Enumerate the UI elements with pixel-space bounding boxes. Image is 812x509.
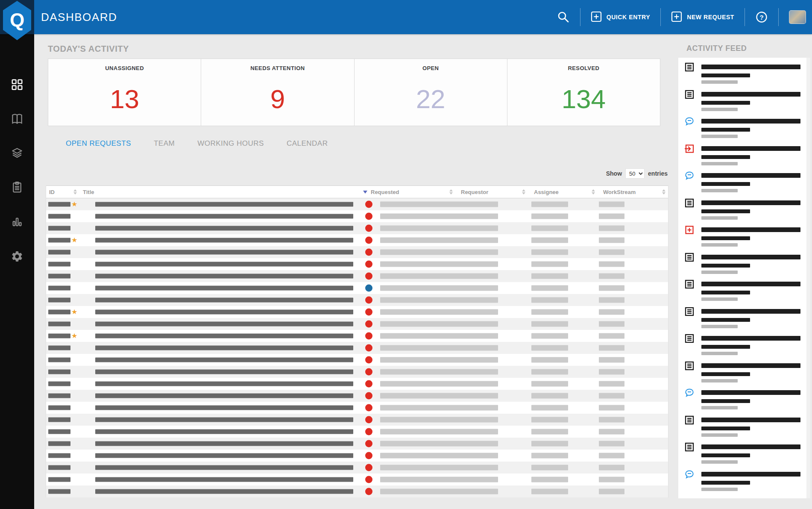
redacted-workstream <box>599 405 624 411</box>
table-row[interactable]: ★ <box>46 306 668 318</box>
redacted-feed-text <box>701 309 800 314</box>
sidebar-item-library[interactable] <box>0 112 34 127</box>
cell-assignee <box>528 258 598 270</box>
feed-item[interactable] <box>684 198 810 225</box>
table-row[interactable] <box>46 366 668 378</box>
table-row[interactable] <box>46 282 668 294</box>
table-row[interactable]: ★ <box>46 198 668 210</box>
column-header-workstream[interactable]: WorkStream <box>598 186 668 198</box>
table-row[interactable] <box>46 318 668 330</box>
feed-item[interactable] <box>684 279 810 306</box>
cell-id <box>46 366 79 378</box>
stat-card-open[interactable]: OPEN22 <box>355 59 507 126</box>
column-header-requested[interactable]: Requested <box>361 186 455 198</box>
redacted-id <box>48 394 70 398</box>
column-header-requestor[interactable]: Requestor <box>455 186 528 198</box>
cell-assignee <box>528 306 598 318</box>
feed-item[interactable] <box>684 333 810 361</box>
redacted-feed-text <box>701 271 738 274</box>
redacted-workstream <box>599 453 624 459</box>
table-row[interactable] <box>46 258 668 270</box>
table-row[interactable] <box>46 342 668 354</box>
feed-item[interactable] <box>684 62 810 89</box>
quick-entry-button[interactable]: QUICK ENTRY <box>591 11 651 24</box>
status-dot-red <box>365 416 372 424</box>
star-icon[interactable]: ★ <box>71 237 77 244</box>
table-row[interactable] <box>46 462 668 474</box>
cell-workstream <box>598 378 668 390</box>
redacted-requested <box>380 333 498 339</box>
table-row[interactable] <box>46 378 668 390</box>
table-row[interactable] <box>46 402 668 414</box>
feed-item[interactable] <box>684 415 810 442</box>
feed-item[interactable] <box>684 89 810 117</box>
cell-workstream <box>598 426 668 438</box>
table-row[interactable] <box>46 485 668 497</box>
feed-item[interactable] <box>684 442 810 469</box>
cell-id: ★ <box>46 234 79 246</box>
feed-item[interactable] <box>684 144 810 171</box>
table-row[interactable] <box>46 450 668 462</box>
cell-title <box>79 462 361 474</box>
cell-title <box>79 318 361 330</box>
search-icon[interactable] <box>557 11 570 24</box>
table-row[interactable] <box>46 222 668 234</box>
redacted-title <box>95 358 353 362</box>
feed-item[interactable] <box>684 388 810 415</box>
table-row[interactable]: ★ <box>46 330 668 342</box>
star-icon[interactable]: ★ <box>71 332 77 339</box>
feed-item[interactable] <box>684 171 810 198</box>
column-header-assignee[interactable]: Assignee <box>528 186 598 198</box>
cell-title <box>79 330 361 342</box>
sidebar-item-settings[interactable] <box>0 250 34 265</box>
feed-item[interactable] <box>684 469 810 497</box>
sidebar-item-dashboard[interactable] <box>0 78 34 93</box>
sidebar-item-tasks[interactable] <box>0 181 34 195</box>
table-row[interactable] <box>46 294 668 306</box>
table-row[interactable] <box>46 210 668 222</box>
cell-assignee <box>528 414 598 426</box>
table-row[interactable] <box>46 474 668 485</box>
feed-item[interactable] <box>684 225 810 252</box>
help-icon[interactable]: ? <box>755 11 768 24</box>
redacted-feed-text <box>701 236 750 240</box>
table-row[interactable]: ★ <box>46 234 668 246</box>
table-row[interactable] <box>46 390 668 402</box>
cell-title <box>79 414 361 426</box>
star-icon[interactable]: ★ <box>71 201 77 208</box>
feed-item[interactable] <box>684 306 810 334</box>
column-header-title[interactable]: Title <box>79 186 361 198</box>
feed-item[interactable] <box>684 361 810 388</box>
table-row[interactable] <box>46 270 668 282</box>
sidebar-item-reports[interactable] <box>0 215 34 229</box>
tab-open-requests[interactable]: OPEN REQUESTS <box>66 139 131 148</box>
redacted-feed-text <box>701 453 750 457</box>
sort-updown-icon <box>592 189 595 194</box>
stat-card-needs-attention[interactable]: NEEDS ATTENTION9 <box>201 59 354 126</box>
user-avatar[interactable] <box>789 10 806 24</box>
table-row[interactable] <box>46 414 668 426</box>
tab-calendar[interactable]: CALENDAR <box>287 139 328 148</box>
table-row[interactable] <box>46 438 668 450</box>
stat-card-unassigned[interactable]: UNASSIGNED13 <box>48 59 201 126</box>
star-icon[interactable]: ★ <box>71 309 77 315</box>
redacted-feed-text <box>701 155 750 159</box>
column-header-id[interactable]: ID <box>46 186 79 198</box>
feed-item[interactable] <box>684 252 810 280</box>
column-label: Title <box>83 189 94 195</box>
redacted-id <box>48 226 70 231</box>
tab-team[interactable]: TEAM <box>154 139 175 148</box>
stat-card-resolved[interactable]: RESOLVED134 <box>507 59 660 126</box>
redacted-workstream <box>599 226 624 231</box>
tab-working-hours[interactable]: WORKING HOURS <box>197 139 264 148</box>
feed-item[interactable] <box>684 116 810 144</box>
sidebar-item-workstreams[interactable] <box>0 147 34 161</box>
table-row[interactable] <box>46 426 668 438</box>
new-request-button[interactable]: NEW REQUEST <box>671 11 734 24</box>
redacted-feed-text <box>701 488 738 491</box>
cell-workstream <box>598 462 668 474</box>
table-row[interactable] <box>46 354 668 366</box>
redacted-workstream <box>599 214 624 219</box>
table-row[interactable] <box>46 246 668 258</box>
page-size-select[interactable]: 50 <box>625 168 645 179</box>
